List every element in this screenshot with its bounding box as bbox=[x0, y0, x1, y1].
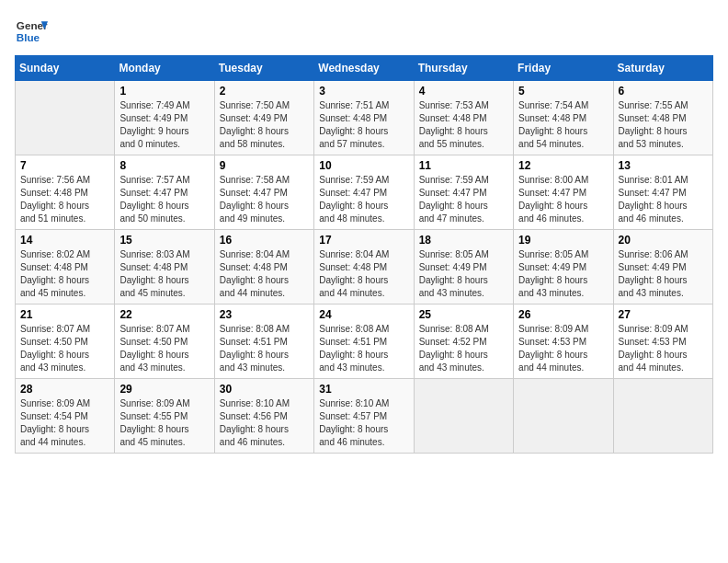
day-number: 11 bbox=[419, 159, 508, 172]
calendar-day-cell bbox=[514, 379, 613, 454]
day-number: 13 bbox=[619, 159, 708, 172]
calendar-day-cell: 23Sunrise: 8:08 AM Sunset: 4:51 PM Dayli… bbox=[214, 304, 313, 379]
day-number: 20 bbox=[619, 234, 708, 247]
day-number: 6 bbox=[619, 85, 708, 98]
day-number: 10 bbox=[319, 159, 408, 172]
day-info: Sunrise: 8:00 AM Sunset: 4:47 PM Dayligh… bbox=[518, 174, 608, 225]
day-info: Sunrise: 7:57 AM Sunset: 4:47 PM Dayligh… bbox=[119, 174, 209, 225]
calendar-week-row: 28Sunrise: 8:09 AM Sunset: 4:54 PM Dayli… bbox=[16, 379, 713, 454]
calendar-day-cell bbox=[613, 379, 712, 454]
day-number: 23 bbox=[220, 308, 309, 321]
weekday-header-cell: Tuesday bbox=[214, 56, 313, 81]
day-info: Sunrise: 8:05 AM Sunset: 4:49 PM Dayligh… bbox=[419, 248, 508, 300]
calendar-day-cell: 19Sunrise: 8:05 AM Sunset: 4:49 PM Dayli… bbox=[514, 230, 613, 304]
calendar-day-cell: 1Sunrise: 7:49 AM Sunset: 4:49 PM Daylig… bbox=[115, 81, 214, 155]
day-number: 3 bbox=[319, 85, 408, 98]
weekday-header-cell: Sunday bbox=[16, 56, 115, 81]
svg-text:Blue: Blue bbox=[17, 31, 40, 43]
calendar-day-cell: 25Sunrise: 8:08 AM Sunset: 4:52 PM Dayli… bbox=[414, 304, 513, 379]
calendar-day-cell: 10Sunrise: 7:59 AM Sunset: 4:47 PM Dayli… bbox=[314, 155, 414, 230]
day-number: 2 bbox=[220, 85, 309, 98]
calendar-day-cell: 17Sunrise: 8:04 AM Sunset: 4:48 PM Dayli… bbox=[314, 230, 414, 304]
day-info: Sunrise: 7:54 AM Sunset: 4:48 PM Dayligh… bbox=[518, 99, 608, 151]
day-number: 22 bbox=[119, 308, 209, 321]
calendar-day-cell: 5Sunrise: 7:54 AM Sunset: 4:48 PM Daylig… bbox=[514, 81, 613, 155]
calendar-day-cell bbox=[16, 81, 115, 155]
day-number: 17 bbox=[319, 234, 408, 247]
day-number: 16 bbox=[220, 234, 309, 247]
day-info: Sunrise: 8:08 AM Sunset: 4:51 PM Dayligh… bbox=[220, 323, 309, 374]
calendar-week-row: 14Sunrise: 8:02 AM Sunset: 4:48 PM Dayli… bbox=[16, 230, 713, 304]
day-number: 9 bbox=[220, 159, 309, 172]
day-info: Sunrise: 8:09 AM Sunset: 4:53 PM Dayligh… bbox=[518, 323, 608, 374]
day-number: 4 bbox=[419, 85, 508, 98]
day-number: 8 bbox=[119, 159, 209, 172]
calendar-day-cell: 12Sunrise: 8:00 AM Sunset: 4:47 PM Dayli… bbox=[514, 155, 613, 230]
logo-icon: General Blue bbox=[15, 15, 48, 48]
calendar-day-cell: 9Sunrise: 7:58 AM Sunset: 4:47 PM Daylig… bbox=[214, 155, 313, 230]
day-number: 5 bbox=[518, 85, 608, 98]
calendar-day-cell: 15Sunrise: 8:03 AM Sunset: 4:48 PM Dayli… bbox=[115, 230, 214, 304]
day-info: Sunrise: 7:56 AM Sunset: 4:48 PM Dayligh… bbox=[20, 174, 109, 225]
calendar-day-cell: 7Sunrise: 7:56 AM Sunset: 4:48 PM Daylig… bbox=[16, 155, 115, 230]
day-info: Sunrise: 8:07 AM Sunset: 4:50 PM Dayligh… bbox=[119, 323, 209, 374]
calendar-day-cell: 16Sunrise: 8:04 AM Sunset: 4:48 PM Dayli… bbox=[214, 230, 313, 304]
day-number: 25 bbox=[419, 308, 508, 321]
logo: General Blue bbox=[15, 15, 48, 48]
day-number: 7 bbox=[20, 159, 109, 172]
calendar-week-row: 1Sunrise: 7:49 AM Sunset: 4:49 PM Daylig… bbox=[16, 81, 713, 155]
weekday-header-cell: Wednesday bbox=[314, 56, 414, 81]
calendar-day-cell: 21Sunrise: 8:07 AM Sunset: 4:50 PM Dayli… bbox=[16, 304, 115, 379]
day-number: 27 bbox=[619, 308, 708, 321]
calendar-day-cell: 28Sunrise: 8:09 AM Sunset: 4:54 PM Dayli… bbox=[16, 379, 115, 454]
day-info: Sunrise: 8:04 AM Sunset: 4:48 PM Dayligh… bbox=[220, 248, 309, 300]
day-info: Sunrise: 8:09 AM Sunset: 4:54 PM Dayligh… bbox=[20, 397, 109, 449]
day-info: Sunrise: 8:09 AM Sunset: 4:53 PM Dayligh… bbox=[619, 323, 708, 374]
day-info: Sunrise: 8:04 AM Sunset: 4:48 PM Dayligh… bbox=[319, 248, 408, 300]
calendar-day-cell: 18Sunrise: 8:05 AM Sunset: 4:49 PM Dayli… bbox=[414, 230, 513, 304]
calendar-day-cell: 6Sunrise: 7:55 AM Sunset: 4:48 PM Daylig… bbox=[613, 81, 712, 155]
calendar-day-cell: 8Sunrise: 7:57 AM Sunset: 4:47 PM Daylig… bbox=[115, 155, 214, 230]
day-number: 19 bbox=[518, 234, 608, 247]
header: General Blue bbox=[15, 15, 713, 48]
day-number: 31 bbox=[319, 383, 408, 396]
day-number: 28 bbox=[20, 383, 109, 396]
weekday-header-row: SundayMondayTuesdayWednesdayThursdayFrid… bbox=[16, 56, 713, 81]
day-info: Sunrise: 7:59 AM Sunset: 4:47 PM Dayligh… bbox=[319, 174, 408, 225]
day-number: 12 bbox=[518, 159, 608, 172]
calendar-day-cell: 30Sunrise: 8:10 AM Sunset: 4:56 PM Dayli… bbox=[214, 379, 313, 454]
calendar-day-cell bbox=[414, 379, 513, 454]
calendar-week-row: 21Sunrise: 8:07 AM Sunset: 4:50 PM Dayli… bbox=[16, 304, 713, 379]
day-number: 29 bbox=[119, 383, 209, 396]
day-info: Sunrise: 7:49 AM Sunset: 4:49 PM Dayligh… bbox=[119, 99, 209, 151]
calendar-body: 1Sunrise: 7:49 AM Sunset: 4:49 PM Daylig… bbox=[16, 81, 713, 454]
weekday-header-cell: Monday bbox=[115, 56, 214, 81]
weekday-header-cell: Thursday bbox=[414, 56, 513, 81]
calendar-day-cell: 26Sunrise: 8:09 AM Sunset: 4:53 PM Dayli… bbox=[514, 304, 613, 379]
calendar-day-cell: 14Sunrise: 8:02 AM Sunset: 4:48 PM Dayli… bbox=[16, 230, 115, 304]
calendar-day-cell: 4Sunrise: 7:53 AM Sunset: 4:48 PM Daylig… bbox=[414, 81, 513, 155]
weekday-header-cell: Friday bbox=[514, 56, 613, 81]
day-info: Sunrise: 8:08 AM Sunset: 4:52 PM Dayligh… bbox=[419, 323, 508, 374]
calendar-day-cell: 20Sunrise: 8:06 AM Sunset: 4:49 PM Dayli… bbox=[613, 230, 712, 304]
calendar-day-cell: 27Sunrise: 8:09 AM Sunset: 4:53 PM Dayli… bbox=[613, 304, 712, 379]
day-number: 21 bbox=[20, 308, 109, 321]
day-info: Sunrise: 7:50 AM Sunset: 4:49 PM Dayligh… bbox=[220, 99, 309, 151]
day-info: Sunrise: 8:05 AM Sunset: 4:49 PM Dayligh… bbox=[518, 248, 608, 300]
calendar-day-cell: 31Sunrise: 8:10 AM Sunset: 4:57 PM Dayli… bbox=[314, 379, 414, 454]
calendar-table: SundayMondayTuesdayWednesdayThursdayFrid… bbox=[15, 55, 713, 454]
day-number: 26 bbox=[518, 308, 608, 321]
calendar-day-cell: 22Sunrise: 8:07 AM Sunset: 4:50 PM Dayli… bbox=[115, 304, 214, 379]
day-info: Sunrise: 8:10 AM Sunset: 4:57 PM Dayligh… bbox=[319, 397, 408, 449]
day-info: Sunrise: 8:03 AM Sunset: 4:48 PM Dayligh… bbox=[119, 248, 209, 300]
day-info: Sunrise: 8:01 AM Sunset: 4:47 PM Dayligh… bbox=[619, 174, 708, 225]
calendar-week-row: 7Sunrise: 7:56 AM Sunset: 4:48 PM Daylig… bbox=[16, 155, 713, 230]
calendar-day-cell: 11Sunrise: 7:59 AM Sunset: 4:47 PM Dayli… bbox=[414, 155, 513, 230]
day-number: 1 bbox=[119, 85, 209, 98]
calendar-day-cell: 29Sunrise: 8:09 AM Sunset: 4:55 PM Dayli… bbox=[115, 379, 214, 454]
day-info: Sunrise: 7:59 AM Sunset: 4:47 PM Dayligh… bbox=[419, 174, 508, 225]
day-info: Sunrise: 7:51 AM Sunset: 4:48 PM Dayligh… bbox=[319, 99, 408, 151]
day-number: 24 bbox=[319, 308, 408, 321]
day-info: Sunrise: 8:07 AM Sunset: 4:50 PM Dayligh… bbox=[20, 323, 109, 374]
day-info: Sunrise: 8:08 AM Sunset: 4:51 PM Dayligh… bbox=[319, 323, 408, 374]
